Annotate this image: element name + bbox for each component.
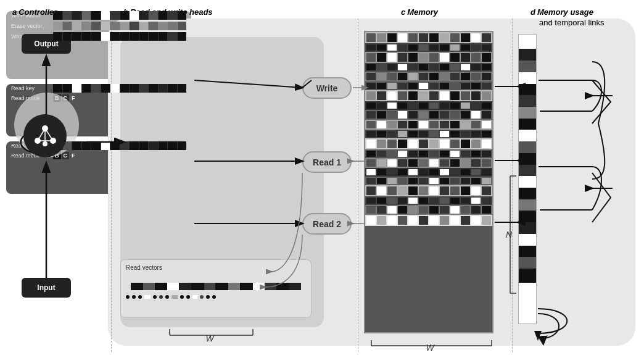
memory-grid (364, 31, 493, 333)
svg-text:W: W (426, 343, 435, 351)
erase-vector-label: Erase vector (11, 23, 51, 29)
read1-key-bar (53, 84, 186, 93)
erase-vector-bar (53, 22, 186, 30)
diagram-container: aController bRead and write heads cMemor… (0, 0, 644, 355)
read1-button: Read 1 (302, 151, 352, 173)
svg-line-4 (45, 128, 53, 141)
read2-button: Read 2 (302, 213, 352, 235)
write-vector-bar (53, 11, 186, 20)
svg-text:N: N (506, 230, 513, 240)
n-bracket-svg: N (503, 173, 518, 296)
divider-line-2 (358, 19, 358, 352)
memory-usage-strip (518, 34, 537, 324)
w-label-memory: W (368, 338, 492, 353)
neural-network-svg (31, 122, 59, 150)
write-key-bar (53, 32, 186, 41)
read-vector-2-dots (126, 295, 306, 299)
read-vector-1-bar (131, 283, 301, 290)
read-vectors-label: Read vectors (126, 264, 162, 271)
svg-line-3 (38, 128, 45, 141)
input-box: Input (22, 278, 71, 298)
w-bracket-heads-svg: W (163, 326, 259, 341)
section-d-label: dMemory usageand temporal links (530, 7, 629, 28)
read2-key-bar (53, 141, 186, 150)
read1-key-label: Read key (11, 85, 51, 91)
section-c-label: cMemory (401, 7, 440, 17)
w-label-heads: W (163, 326, 256, 343)
svg-text:W: W (205, 333, 215, 341)
section-a-label: aController (12, 7, 59, 17)
w-bracket-memory-svg: W (368, 338, 495, 351)
controller-neural-icon (23, 114, 67, 157)
n-label: N (503, 173, 518, 298)
svg-point-7 (43, 141, 47, 146)
read-vectors-section: Read vectors (120, 259, 312, 318)
divider-line-1 (111, 19, 112, 352)
write-button: Write (302, 77, 352, 99)
